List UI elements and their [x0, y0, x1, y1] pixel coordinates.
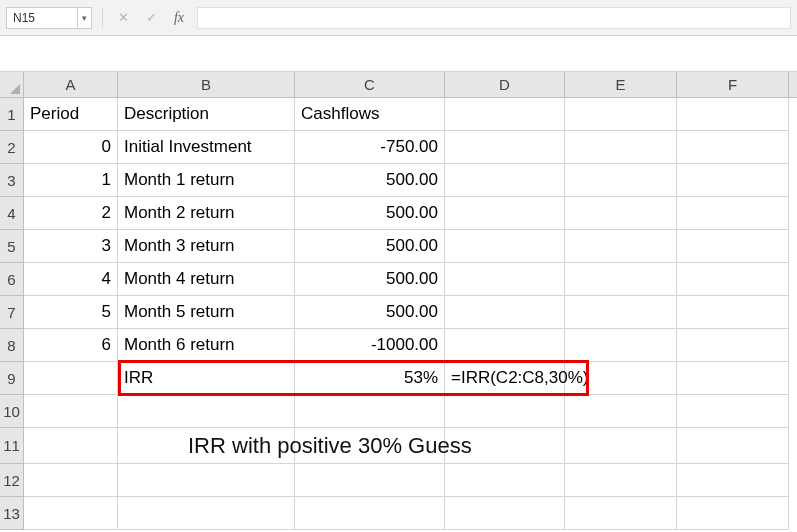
cell-A3[interactable]: 1 — [24, 164, 118, 197]
row-header-10[interactable]: 10 — [0, 395, 24, 428]
cell-E7[interactable] — [565, 296, 677, 329]
cell-E13[interactable] — [565, 497, 677, 530]
cell-A7[interactable]: 5 — [24, 296, 118, 329]
cell-A1[interactable]: Period — [24, 98, 118, 131]
cell-B10[interactable] — [118, 395, 295, 428]
row-header-3[interactable]: 3 — [0, 164, 24, 197]
cell-D2[interactable] — [445, 131, 565, 164]
enter-formula-button[interactable]: ✓ — [141, 8, 161, 28]
cell-E10[interactable] — [565, 395, 677, 428]
select-all-corner[interactable] — [0, 72, 24, 98]
cell-E11[interactable] — [565, 428, 677, 464]
cell-F1[interactable] — [677, 98, 789, 131]
cell-B12[interactable] — [118, 464, 295, 497]
cell-A11[interactable] — [24, 428, 118, 464]
cell-B4[interactable]: Month 2 return — [118, 197, 295, 230]
cell-D1[interactable] — [445, 98, 565, 131]
cell-E12[interactable] — [565, 464, 677, 497]
cell-C7[interactable]: 500.00 — [295, 296, 445, 329]
cell-B9[interactable]: IRR — [118, 362, 295, 395]
cell-B5[interactable]: Month 3 return — [118, 230, 295, 263]
cell-B2[interactable]: Initial Investment — [118, 131, 295, 164]
cell-B1[interactable]: Description — [118, 98, 295, 131]
cell-D12[interactable] — [445, 464, 565, 497]
cell-C6[interactable]: 500.00 — [295, 263, 445, 296]
cell-B3[interactable]: Month 1 return — [118, 164, 295, 197]
cell-B6[interactable]: Month 4 return — [118, 263, 295, 296]
cell-E6[interactable] — [565, 263, 677, 296]
cell-A6[interactable]: 4 — [24, 263, 118, 296]
cell-F10[interactable] — [677, 395, 789, 428]
cell-F2[interactable] — [677, 131, 789, 164]
cell-C8[interactable]: -1000.00 — [295, 329, 445, 362]
column-header-F[interactable]: F — [677, 72, 789, 97]
name-box-dropdown[interactable]: ▾ — [78, 7, 92, 29]
cell-E5[interactable] — [565, 230, 677, 263]
row-header-7[interactable]: 7 — [0, 296, 24, 329]
cancel-formula-button[interactable]: ✕ — [113, 8, 133, 28]
row-header-12[interactable]: 12 — [0, 464, 24, 497]
cell-F9[interactable] — [677, 362, 789, 395]
column-header-D[interactable]: D — [445, 72, 565, 97]
cell-F7[interactable] — [677, 296, 789, 329]
cell-F5[interactable] — [677, 230, 789, 263]
cell-B11[interactable]: IRR with positive 30% Guess — [118, 428, 295, 464]
cell-C3[interactable]: 500.00 — [295, 164, 445, 197]
cell-A4[interactable]: 2 — [24, 197, 118, 230]
cell-F11[interactable] — [677, 428, 789, 464]
row-header-4[interactable]: 4 — [0, 197, 24, 230]
cell-F4[interactable] — [677, 197, 789, 230]
cell-E4[interactable] — [565, 197, 677, 230]
cell-A8[interactable]: 6 — [24, 329, 118, 362]
cell-A9[interactable] — [24, 362, 118, 395]
cell-B8[interactable]: Month 6 return — [118, 329, 295, 362]
cell-C10[interactable] — [295, 395, 445, 428]
cell-B13[interactable] — [118, 497, 295, 530]
cell-D5[interactable] — [445, 230, 565, 263]
insert-function-button[interactable]: fx — [169, 8, 189, 28]
row-header-13[interactable]: 13 — [0, 497, 24, 530]
cell-E2[interactable] — [565, 131, 677, 164]
cell-F13[interactable] — [677, 497, 789, 530]
name-box[interactable]: N15 — [6, 7, 78, 29]
cell-D10[interactable] — [445, 395, 565, 428]
formula-input[interactable] — [197, 7, 791, 29]
cell-A5[interactable]: 3 — [24, 230, 118, 263]
row-header-8[interactable]: 8 — [0, 329, 24, 362]
cell-D3[interactable] — [445, 164, 565, 197]
cell-D9[interactable]: =IRR(C2:C8,30%) — [445, 362, 565, 395]
row-header-11[interactable]: 11 — [0, 428, 24, 464]
column-header-B[interactable]: B — [118, 72, 295, 97]
cell-A2[interactable]: 0 — [24, 131, 118, 164]
cell-C12[interactable] — [295, 464, 445, 497]
cell-E3[interactable] — [565, 164, 677, 197]
cell-F8[interactable] — [677, 329, 789, 362]
row-header-9[interactable]: 9 — [0, 362, 24, 395]
column-header-E[interactable]: E — [565, 72, 677, 97]
cell-E8[interactable] — [565, 329, 677, 362]
row-header-1[interactable]: 1 — [0, 98, 24, 131]
cell-E1[interactable] — [565, 98, 677, 131]
cell-D13[interactable] — [445, 497, 565, 530]
cell-D7[interactable] — [445, 296, 565, 329]
cell-C9[interactable]: 53% — [295, 362, 445, 395]
cell-F6[interactable] — [677, 263, 789, 296]
cell-C13[interactable] — [295, 497, 445, 530]
cell-A12[interactable] — [24, 464, 118, 497]
cell-F12[interactable] — [677, 464, 789, 497]
column-header-C[interactable]: C — [295, 72, 445, 97]
cell-D4[interactable] — [445, 197, 565, 230]
cell-C1[interactable]: Cashflows — [295, 98, 445, 131]
cell-A10[interactable] — [24, 395, 118, 428]
cell-F3[interactable] — [677, 164, 789, 197]
row-header-6[interactable]: 6 — [0, 263, 24, 296]
cell-B7[interactable]: Month 5 return — [118, 296, 295, 329]
row-header-2[interactable]: 2 — [0, 131, 24, 164]
cell-C2[interactable]: -750.00 — [295, 131, 445, 164]
cell-C4[interactable]: 500.00 — [295, 197, 445, 230]
column-header-A[interactable]: A — [24, 72, 118, 97]
cell-D8[interactable] — [445, 329, 565, 362]
cell-D6[interactable] — [445, 263, 565, 296]
cell-C5[interactable]: 500.00 — [295, 230, 445, 263]
cell-A13[interactable] — [24, 497, 118, 530]
